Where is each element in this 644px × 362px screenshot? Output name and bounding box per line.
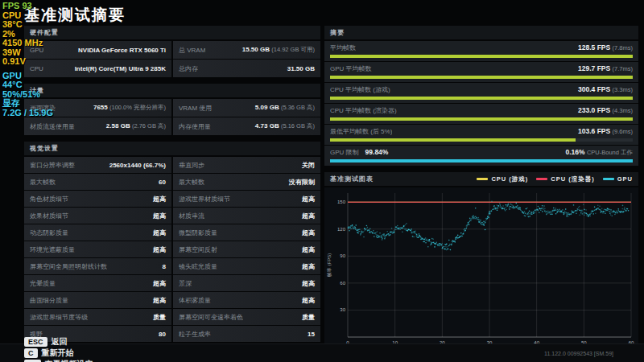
key-hint[interactable]: F2 查看视频设定 [24, 359, 93, 362]
hardware-cell: 总 VRAM 15.50 GB (14.92 GB 可用) [173, 41, 320, 59]
svg-text:150: 150 [337, 200, 346, 204]
legend-swatch [603, 178, 614, 180]
summary-value: 128.5 FPS (7.8ms) [578, 43, 633, 51]
summary-label: CPU 平均帧数 (游戏) [330, 85, 390, 94]
setting-value: 2560x1440 (66.7%) [109, 162, 166, 169]
fps-bar-track [330, 55, 633, 58]
svg-text:60: 60 [340, 281, 345, 286]
bottom-bar: ESC 返回 C 重新开始 F2 查看视频设定 11.122.0 0099254… [0, 343, 644, 362]
setting-value: 质量 [153, 313, 166, 322]
benchmark-summary-screen: FPS 93 CPU38°C2%4150 MHz39W0.91V GPU44°C… [0, 0, 644, 362]
summary-value: 233.0 FPS (4.3ms) [578, 106, 633, 114]
gpu-bound-bar-track [330, 159, 633, 162]
setting-row: 材质串流 超高 [173, 208, 320, 224]
setting-label: 游戏世界材质细节 [179, 195, 230, 204]
setting-value: 质量 [302, 313, 315, 322]
visual-settings-section: 视觉设置 窗口分辨率调整 2560x1440 (66.7%) 最大帧数 60 角… [24, 142, 320, 342]
setting-label: 游戏世界细节度等级 [30, 313, 88, 322]
fps-bar [330, 55, 633, 58]
setting-value: 超高 [153, 212, 166, 220]
metric-cell: 内存使用量 4.73 GB (5.16 GB 高) [173, 117, 320, 135]
summary-label: CPU 平均帧数 (渲染器) [330, 106, 397, 115]
key-hint[interactable]: ESC 返回 [24, 336, 93, 348]
right-column: 摘要 平均帧数 128.5 FPS (7.8ms) GPU 平均帧数 129.7… [324, 26, 638, 362]
summary-row: GPU 平均帧数 129.7 FPS (7.7ms) [324, 62, 638, 82]
setting-label: 体积雾质量 [179, 296, 211, 305]
svg-text:30: 30 [340, 307, 345, 312]
gpu-bound-row: GPU 限制 99.84% 0.16% CPU-Bound 工作 [324, 146, 638, 166]
key-chip[interactable]: C [24, 348, 38, 358]
setting-label: 窗口分辨率调整 [30, 161, 75, 170]
setting-value: 超高 [153, 228, 166, 237]
summary-value: 300.4 FPS (3.3ms) [578, 85, 633, 93]
metrics-section: 计量 画面渲染 7655 (100.0% 完整分辨率) VRAM 使用 5.09… [24, 84, 320, 135]
visual-settings-title: 视觉设置 [24, 142, 320, 155]
setting-value: 超高 [302, 296, 315, 305]
chart-title: 基准测试图表 [330, 175, 374, 183]
setting-value: 超高 [302, 212, 315, 220]
setting-row: 角色材质细节 超高 [24, 191, 171, 207]
setting-row: 垂直同步 关闭 [173, 157, 320, 173]
chart-section: 基准测试图表 CPU (游戏) CPU (渲染器) GPU 0102030405… [324, 172, 638, 358]
legend-label: CPU (游戏) [491, 175, 528, 183]
setting-label: 屏幕空间反射 [179, 245, 217, 254]
cell-label: VRAM 使用 [179, 104, 212, 113]
benchmark-chart: 0102030405060306090120150时间 (秒)帧率 (FPS) [324, 187, 638, 358]
summary-row: 最低平均帧数 (后 5%) 103.6 FPS (9.6ms) [324, 125, 638, 145]
setting-row: 动态阴影质量 超高 [24, 224, 171, 241]
fps-bar-track [330, 117, 633, 121]
cell-label: 总内存 [179, 64, 198, 73]
cell-value: 2.58 GB (2.76 GB 高) [106, 122, 166, 130]
setting-value: 80 [159, 331, 166, 338]
setting-value: 超高 [153, 245, 166, 254]
setting-row: 曲面细分质量 超高 [24, 292, 171, 308]
legend-swatch [536, 178, 547, 180]
summary-label: 平均帧数 [330, 43, 356, 52]
summary-row: 平均帧数 128.5 FPS (7.8ms) [324, 41, 638, 61]
legend-item: GPU [603, 175, 633, 183]
metrics-section-title: 计量 [24, 84, 320, 97]
setting-label: 垂直同步 [179, 161, 204, 170]
legend-label: CPU (渲染器) [551, 175, 594, 183]
summary-label: GPU 平均帧数 [330, 64, 372, 73]
setting-value: 超高 [153, 296, 166, 305]
setting-row: 最大帧数 没有限制 [173, 174, 320, 190]
setting-value: 超高 [302, 228, 315, 237]
setting-label: 屏幕空间全局照明射线计数 [30, 262, 107, 271]
setting-row: 镜头眩光质量 超高 [173, 258, 320, 274]
setting-label: 粒子生成率 [179, 330, 211, 339]
key-hint[interactable]: C 重新开始 [24, 348, 93, 359]
setting-label: 最大帧数 [179, 178, 204, 187]
setting-label: 景深 [179, 279, 192, 288]
setting-row: 游戏世界材质细节 超高 [173, 191, 320, 207]
left-column: 硬件配置 GPU NVIDIA GeForce RTX 5060 Ti 总 VR… [24, 26, 320, 348]
setting-row: 微型阴影质量 超高 [173, 224, 320, 241]
setting-row: 游戏世界细节度等级 质量 [24, 309, 171, 325]
cell-value: 15.50 GB (14.92 GB 可用) [242, 46, 315, 54]
cell-value: 5.09 GB (5.36 GB 高) [255, 104, 315, 112]
gpu-bound-bar [330, 159, 633, 162]
setting-row: 粒子生成率 15 [173, 326, 320, 342]
setting-value: 超高 [153, 195, 166, 204]
gpu-bound-value: 99.84% [365, 148, 389, 156]
cpu-stat-line: 4150 MHz [2, 39, 53, 48]
setting-label: 镜头眩光质量 [179, 262, 217, 271]
fps-bar-track [330, 97, 633, 100]
setting-label: 屏幕空间可变速率着色 [179, 313, 243, 322]
summary-section: 摘要 平均帧数 128.5 FPS (7.8ms) GPU 平均帧数 129.7… [324, 26, 638, 166]
gpu-stat-line: 显存 [2, 99, 53, 109]
setting-label: 微型阴影质量 [179, 228, 217, 237]
legend-label: GPU [617, 175, 633, 183]
cell-value: NVIDIA GeForce RTX 5060 Ti [78, 47, 166, 54]
setting-value: 超高 [302, 279, 315, 288]
hardware-section: 硬件配置 GPU NVIDIA GeForce RTX 5060 Ti 总 VR… [24, 26, 320, 77]
setting-value: 超高 [302, 245, 315, 254]
key-chip[interactable]: ESC [24, 337, 47, 347]
setting-value: 超高 [153, 279, 166, 288]
svg-text:帧率 (FPS): 帧率 (FPS) [326, 253, 332, 277]
setting-label: 角色材质细节 [30, 195, 68, 204]
metric-cell: 材质流送使用量 2.58 GB (2.76 GB 高) [24, 117, 171, 135]
setting-value: 超高 [302, 262, 315, 271]
setting-row: 效果材质细节 超高 [24, 208, 171, 224]
setting-row: 窗口分辨率调整 2560x1440 (66.7%) [24, 157, 171, 173]
